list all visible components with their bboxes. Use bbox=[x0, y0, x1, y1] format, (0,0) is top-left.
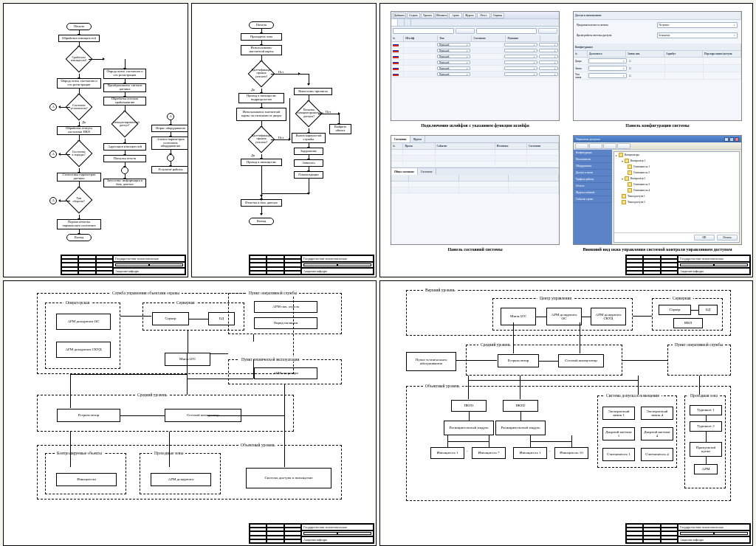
sheet-flowchart-1: Начало Обработка извещателей Сработали и… bbox=[3, 3, 188, 277]
fc2-n5: Проход в помещение bbox=[241, 159, 282, 166]
sheet-block-2: Верхний уровень Центр управления МиниАТС… bbox=[379, 280, 753, 546]
fc1-conn-b2 bbox=[167, 154, 174, 162]
tree-item[interactable]: Считыватель 3 bbox=[614, 182, 739, 187]
tree-item[interactable]: ▾Контроллер 2 bbox=[614, 176, 739, 182]
fc1-n3: Определение состояния и его регистрация bbox=[103, 69, 146, 79]
b1-g3: Пункт технической эксплуатации АРМ опера… bbox=[228, 359, 342, 384]
fc1-n14: Первая отметка нормального состояния bbox=[57, 219, 101, 229]
tb-btn[interactable]: Обновить bbox=[435, 13, 448, 18]
time-select[interactable]: Бесконечно bbox=[657, 32, 738, 38]
tree-item[interactable]: ▸Контроллеры bbox=[614, 152, 739, 158]
sidebar-item[interactable]: Доступ к зонам bbox=[574, 170, 612, 176]
tb-btn[interactable]: Журнал bbox=[463, 13, 476, 18]
window-titlebar[interactable]: Управление доступом _ □ × bbox=[574, 136, 741, 142]
b1-g5: Объектный уровень Контролируемые объекты… bbox=[37, 445, 342, 500]
sheet-screenshots: Добавить Создать Удалить Обновить Архив … bbox=[379, 3, 753, 277]
fc1-n7: Адресация извещателей bbox=[103, 143, 146, 151]
fc1-d3: Санкционированный доступ? bbox=[111, 111, 139, 138]
b1-g4: Средний уровень Ретранслятор Сетевой ком… bbox=[37, 395, 294, 432]
filter-apply[interactable] bbox=[456, 28, 475, 34]
close-icon[interactable]: × bbox=[735, 137, 739, 142]
ok-button[interactable]: OK bbox=[694, 235, 715, 241]
fc1-n11: Посылка отчета bbox=[103, 155, 146, 162]
cancel-button[interactable]: Отмена bbox=[717, 235, 738, 241]
fc1-n2: Определение состояния и его регистрация bbox=[57, 78, 101, 89]
tb-btn[interactable]: Удалить bbox=[421, 13, 434, 18]
signal-select[interactable]: По тревоге bbox=[657, 22, 738, 28]
flag-icon bbox=[393, 66, 399, 70]
sidebar-item[interactable]: События тревог bbox=[574, 196, 612, 203]
tab[interactable]: Состояние bbox=[391, 136, 410, 142]
flag-icon bbox=[393, 61, 399, 64]
fc2-end: Выход bbox=[249, 218, 274, 225]
fc2-n4: Использование магнитной карты на считыва… bbox=[236, 108, 286, 121]
sidebar-item[interactable]: Журнал событий bbox=[574, 190, 612, 196]
tab[interactable]: Журнал bbox=[410, 136, 426, 142]
fc2-n9: Задержание bbox=[294, 148, 323, 155]
minimize-icon[interactable]: _ bbox=[724, 137, 729, 142]
type-select[interactable]: Охранный bbox=[437, 43, 470, 46]
tree-item[interactable]: Считыватель 4 bbox=[614, 187, 739, 193]
fc1-n6: Обработка статуса состояния ПКП bbox=[57, 126, 101, 135]
filter-apply-2[interactable] bbox=[538, 28, 557, 34]
flag-icon bbox=[393, 55, 399, 58]
fc2-n1: Проходная зона bbox=[241, 33, 282, 41]
fc1-n1: Обработка извещателей bbox=[58, 35, 100, 42]
flag-icon bbox=[393, 72, 399, 76]
fc2-n11: Рекомендации bbox=[294, 171, 323, 179]
filter-input[interactable] bbox=[393, 28, 454, 34]
fc1-n9: Анализ параметров состояния оборудования bbox=[151, 136, 188, 150]
sidebar-nav: Конфигурация Пользователи Оборудование Д… bbox=[574, 150, 612, 244]
tb-btn[interactable]: Архив bbox=[449, 13, 462, 18]
caption-4: Внешний вид окна управления системой кон… bbox=[583, 247, 732, 252]
sidebar-item[interactable]: Графики работы bbox=[574, 176, 612, 183]
tb-btn[interactable]: Создать bbox=[407, 13, 420, 18]
maximize-icon[interactable]: □ bbox=[729, 137, 734, 142]
fc1-conn-a2: A bbox=[167, 113, 174, 120]
fc1-n8: Опрос оборудования bbox=[151, 125, 188, 132]
titleblock-5: Государственная политехническаяАкадемия … bbox=[625, 523, 751, 544]
fc2-start: Начало bbox=[249, 21, 274, 29]
fc1-d5: Тип обороны? bbox=[66, 187, 93, 214]
fc2-n3: Проход в помещение подразделения bbox=[238, 93, 284, 103]
mini-app-state: СостояниеЖурнал № Время Событие Источник… bbox=[391, 135, 560, 245]
fc2-n8: Вызов караульной службы bbox=[292, 133, 326, 143]
flag-icon bbox=[393, 43, 399, 46]
label: Время работы системы доступа bbox=[577, 34, 653, 37]
caption-3: Панель состояний системы bbox=[447, 247, 502, 252]
sidebar-item[interactable]: Оборудование bbox=[574, 163, 612, 170]
fc1-end: Выход bbox=[66, 234, 92, 241]
sheet-block-1: Служба управления объектами охраны Опера… bbox=[3, 280, 377, 546]
tree-item[interactable]: Считыватель 2 bbox=[614, 170, 739, 176]
flag-icon bbox=[393, 49, 399, 52]
titleblock-2: Государственная политехническаяАкадемия … bbox=[249, 255, 374, 275]
caption-1: Подключение шлейфов с указанием функции … bbox=[421, 123, 529, 128]
mini-app-loops: Добавить Создать Удалить Обновить Архив … bbox=[391, 11, 560, 121]
titleblock-3: Государственная политехническаяАкадемия … bbox=[625, 255, 751, 275]
sidebar-item[interactable]: Пользователи bbox=[574, 156, 612, 163]
tb-btn[interactable]: Добавить bbox=[393, 13, 406, 18]
tree-item[interactable]: Считыватель 1 bbox=[614, 164, 739, 170]
fc1-conn-a1: A bbox=[49, 103, 57, 111]
func-select[interactable] bbox=[504, 43, 537, 46]
fc1-n4: Преобразование сигнала датчика bbox=[103, 83, 146, 92]
fc1-conn-b1 bbox=[121, 167, 128, 174]
fc1-n13: Статистика параметров датчика bbox=[57, 173, 101, 182]
tree-item[interactable]: Точка доступа 1 bbox=[614, 193, 739, 199]
tree-item[interactable]: Точка доступа 2 bbox=[614, 199, 739, 205]
filter-input-2[interactable] bbox=[476, 28, 537, 34]
fc2-n10: Записать bbox=[294, 159, 323, 167]
tree-item[interactable]: ▾Контроллер 1 bbox=[614, 158, 739, 164]
sheets-container: Начало Обработка извещателей Сработали и… bbox=[3, 3, 753, 546]
tb-btn[interactable]: Отчет bbox=[477, 13, 490, 18]
titleblock-1: Государственная политехническаяАкадемия … bbox=[61, 255, 186, 275]
fc2-n7: Выяснение причины bbox=[294, 88, 332, 95]
tb-btn[interactable]: Справка bbox=[491, 13, 504, 18]
fc1-start: Начало bbox=[66, 23, 92, 30]
fc1-conn-a4: A bbox=[49, 197, 57, 204]
sidebar-item[interactable]: Отчеты bbox=[574, 183, 612, 190]
sidebar-item[interactable]: Конфигурация bbox=[574, 150, 612, 156]
sheet-flowchart-2: Начало Проходная зона Использование магн… bbox=[191, 3, 377, 277]
caption-2: Панель конфигурации системы bbox=[625, 123, 689, 128]
fc1-n12: Занесение информации в базу данных bbox=[103, 179, 146, 187]
